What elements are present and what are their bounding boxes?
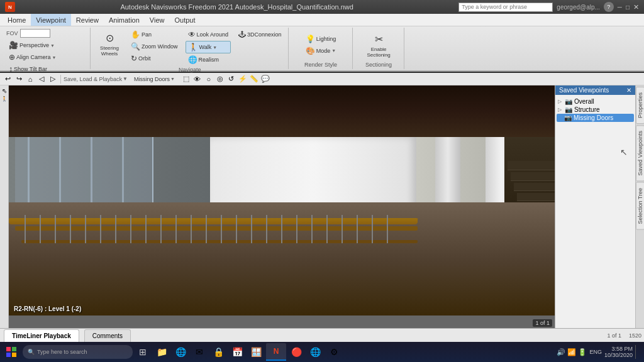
taskbar-file-explorer[interactable]: 📁 xyxy=(153,343,170,361)
show-desktop-button[interactable] xyxy=(635,345,639,359)
hide-icon[interactable]: 👁 xyxy=(192,74,203,84)
fov-input[interactable]: 90.938 xyxy=(20,29,50,38)
pan-button[interactable]: ✋ Pan xyxy=(128,29,180,40)
save-load-arrow[interactable]: ▼ xyxy=(123,76,128,82)
viewpoint-missing-doors[interactable]: 📷 Missing Doors xyxy=(557,114,634,122)
select-tool-icon[interactable]: ⇖ xyxy=(1,87,8,95)
perspective-button[interactable]: 🎥 Perspective ▼ xyxy=(6,40,57,51)
taskbar-calendar[interactable]: 📅 xyxy=(228,343,246,361)
minimize-button[interactable]: ─ xyxy=(618,4,622,11)
search-icon: 🔍 xyxy=(28,349,35,355)
home-icon[interactable]: ⌂ xyxy=(25,74,35,84)
reset-icon[interactable]: ↺ xyxy=(226,74,236,84)
walk-tool-icon[interactable]: 🚶 xyxy=(1,96,8,102)
timeliner-tab[interactable]: TimeLiner Playback xyxy=(4,329,79,342)
steering-wheels-button[interactable]: ⊙ Steering Wheels xyxy=(96,29,123,58)
saved-viewpoints-header: Saved Viewpoints ✕ xyxy=(555,85,635,95)
save-load-label: Save, Load & Playback xyxy=(64,76,122,82)
app-icon: N xyxy=(5,2,15,12)
menu-output[interactable]: Output xyxy=(170,14,201,26)
next-nav-icon[interactable]: ▷ xyxy=(48,74,58,84)
menu-animation[interactable]: Animation xyxy=(104,14,145,26)
realism-button[interactable]: 🌐 Realism xyxy=(186,54,231,65)
enable-sectioning-button[interactable]: ✂ Enable Sectioning xyxy=(360,30,397,59)
lighting-button[interactable]: 💡 Lighting xyxy=(303,33,339,45)
windows-taskbar: 🔍 Type here to search ⊞ 📁 🌐 ✉ 🔒 📅 🪟 N 🔴 … xyxy=(0,342,644,362)
viewpoint-missing-doors-label: Missing Doors xyxy=(574,114,613,121)
saved-viewpoints-tab[interactable]: Saved Viewpoints xyxy=(636,125,645,181)
time-display: 3:58 PM xyxy=(604,346,633,352)
taskbar-mail[interactable]: ✉ xyxy=(191,343,208,361)
svg-rect-3 xyxy=(12,353,16,357)
align-camera-button[interactable]: ⊕ Align Camera ▼ xyxy=(6,52,58,63)
quick-access-bar: ↩ ↪ ⌂ ◁ ▷ Save, Load & Playback ▼ Missin… xyxy=(0,73,644,85)
clash-icon[interactable]: ⚡ xyxy=(238,74,248,84)
title-bar: N Autodesk Navisworks Freedom 2021 Autod… xyxy=(0,0,644,14)
navigate-group-label: Navigate xyxy=(179,65,201,73)
window-title: Autodesk Navisworks Freedom 2021 Autodes… xyxy=(15,3,458,11)
taskbar-chrome[interactable]: 🌐 xyxy=(306,343,324,361)
undo-icon[interactable]: ↩ xyxy=(3,74,13,84)
title-search-input[interactable] xyxy=(458,3,553,12)
system-tray: 🔊 📶 🔋 ENG 3:58 PM 10/30/2020 xyxy=(557,345,641,359)
properties-tab[interactable]: Properties xyxy=(636,87,645,124)
menu-view[interactable]: View xyxy=(145,14,170,26)
show-icon[interactable]: ○ xyxy=(204,74,214,84)
main-content: ⇖ 🚶 xyxy=(0,85,644,328)
date-display: 10/30/2020 xyxy=(604,352,633,358)
camera-missing-doors-icon: 📷 xyxy=(564,114,572,121)
connex-button[interactable]: 🕹 3DConnexion xyxy=(236,29,284,40)
viewpoint-overall[interactable]: ▷ 📷 Overall xyxy=(557,97,634,106)
select-icon[interactable]: ⬚ xyxy=(181,74,191,84)
svg-rect-2 xyxy=(6,353,11,357)
ribbon-sectioning-group: ✂ Enable Sectioning Sectioning xyxy=(354,28,404,69)
start-button[interactable] xyxy=(3,343,20,361)
far-right-tabs: Properties Saved Viewpoints Selection Tr… xyxy=(635,85,644,328)
comments-tab[interactable]: Comments xyxy=(84,329,131,342)
mouse-cursor-indicator: ↖ xyxy=(620,147,628,157)
menu-viewpoint[interactable]: Viewpoint xyxy=(31,14,71,26)
task-view-button[interactable]: ⊞ xyxy=(134,343,152,361)
look-around-button[interactable]: 👁 Look Around xyxy=(186,29,231,40)
maximize-button[interactable]: □ xyxy=(626,4,630,11)
taskbar-edge[interactable]: 🌐 xyxy=(172,343,189,361)
left-toolbar: ⇖ 🚶 xyxy=(0,85,9,328)
help-button[interactable]: ? xyxy=(604,2,614,12)
viewport[interactable]: R2-RN(-6) : Level 1 (-2) 1 of 1 xyxy=(9,85,555,328)
close-button[interactable]: ✕ xyxy=(633,3,639,11)
tray-icons: 🔊 📶 🔋 xyxy=(557,348,587,356)
render-style-group-label: Render Style xyxy=(304,60,337,68)
measure-icon[interactable]: 📏 xyxy=(249,74,259,84)
panel-close-icon[interactable]: ✕ xyxy=(626,87,631,94)
menu-review[interactable]: Review xyxy=(71,14,104,26)
zoom-window-button[interactable]: 🔍 Zoom Window xyxy=(128,41,180,52)
taskbar-navisworks[interactable]: N xyxy=(266,343,286,361)
camera-structure-icon: 📷 xyxy=(565,106,572,113)
railing-posts xyxy=(9,215,418,243)
ribbon-render-style-group: 💡 Lighting 🎨 Mode ▼ Render Style xyxy=(290,28,353,69)
expand-structure-icon: ▷ xyxy=(558,107,563,112)
walk-button[interactable]: 🚶 Walk ▼ xyxy=(186,41,231,53)
sectioning-group-label: Sectioning xyxy=(365,60,392,68)
taskbar-settings[interactable]: ⚙ xyxy=(325,343,343,361)
taskbar-acrobat[interactable]: 🔴 xyxy=(287,343,305,361)
viewpoint-structure[interactable]: ▷ 📷 Structure xyxy=(557,106,634,114)
orbit-button[interactable]: ↻ Orbit xyxy=(128,53,180,64)
expand-overall-icon: ▷ xyxy=(558,99,563,104)
taskbar-lock[interactable]: 🔒 xyxy=(209,343,227,361)
redo-icon[interactable]: ↪ xyxy=(14,74,24,84)
missing-doors-selector[interactable]: Missing Doors ▼ xyxy=(134,76,175,82)
datetime-display: 3:58 PM 10/30/2020 xyxy=(604,346,633,358)
selection-tree-tab[interactable]: Selection Tree xyxy=(636,182,645,230)
app-bottom-bar: TimeLiner Playback Comments 1 of 1 1520 xyxy=(0,328,644,342)
viewpoint-overall-label: Overall xyxy=(574,98,594,105)
taskbar-search-box[interactable]: 🔍 Type here to search xyxy=(23,345,133,359)
focus-icon[interactable]: ◎ xyxy=(215,74,225,84)
prev-nav-icon[interactable]: ◁ xyxy=(36,74,47,84)
mode-button[interactable]: 🎨 Mode ▼ xyxy=(303,45,339,57)
menu-bar: Home Viewpoint Review Animation View Out… xyxy=(0,14,644,26)
page-indicator: 1 of 1 xyxy=(607,332,624,339)
comment-icon[interactable]: 💬 xyxy=(260,74,270,84)
taskbar-windows[interactable]: 🪟 xyxy=(247,343,265,361)
menu-home[interactable]: Home xyxy=(3,14,31,26)
